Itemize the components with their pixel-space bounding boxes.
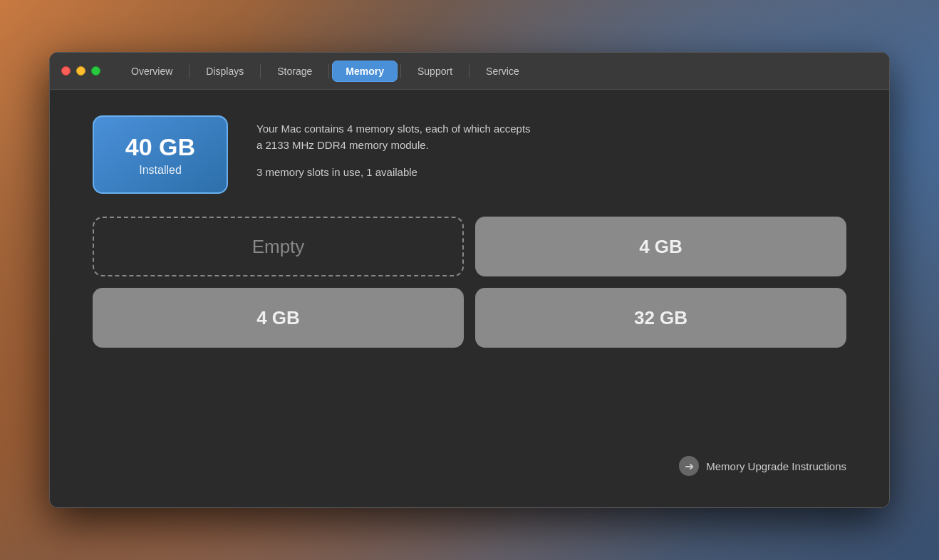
titlebar: Overview Displays Storage Memory Support…	[50, 53, 889, 90]
tab-separator-4	[400, 64, 401, 78]
close-button[interactable]	[61, 66, 71, 76]
memory-badge-label: Installed	[139, 164, 182, 177]
memory-description-text: Your Mac contains 4 memory slots, each o…	[256, 121, 531, 153]
tab-separator-3	[328, 64, 329, 78]
maximize-button[interactable]	[91, 66, 100, 76]
upgrade-link-label: Memory Upgrade Instructions	[706, 460, 846, 472]
tab-bar: Overview Displays Storage Memory Support…	[118, 61, 533, 82]
slots-grid: Empty 4 GB 4 GB 32 GB	[93, 217, 846, 348]
tab-displays[interactable]: Displays	[192, 61, 257, 82]
tab-separator-2	[260, 64, 261, 78]
memory-slot-2: 4 GB	[475, 217, 846, 276]
memory-upgrade-link[interactable]: ➜ Memory Upgrade Instructions	[679, 456, 846, 476]
tab-support[interactable]: Support	[404, 61, 466, 82]
tab-overview[interactable]: Overview	[118, 61, 186, 82]
tab-separator-5	[469, 64, 470, 78]
memory-slot-3: 4 GB	[93, 288, 464, 348]
memory-badge-size: 40 GB	[125, 133, 195, 161]
memory-slot-4: 32 GB	[475, 288, 846, 348]
memory-slots-info: 3 memory slots in use, 1 available	[256, 165, 531, 181]
footer: ➜ Memory Upgrade Instructions	[93, 456, 846, 482]
tab-separator-1	[189, 64, 190, 78]
main-window: Overview Displays Storage Memory Support…	[49, 52, 890, 508]
tab-memory[interactable]: Memory	[332, 61, 398, 82]
memory-badge: 40 GB Installed	[93, 115, 228, 194]
upgrade-arrow-icon: ➜	[679, 456, 699, 476]
minimize-button[interactable]	[76, 66, 85, 76]
memory-description: Your Mac contains 4 memory slots, each o…	[256, 115, 531, 181]
info-row: 40 GB Installed Your Mac contains 4 memo…	[93, 115, 846, 194]
traffic-lights	[61, 66, 100, 76]
main-content: 40 GB Installed Your Mac contains 4 memo…	[50, 90, 889, 507]
tab-service[interactable]: Service	[472, 61, 533, 82]
memory-slot-1: Empty	[93, 217, 464, 276]
tab-storage[interactable]: Storage	[264, 61, 326, 82]
